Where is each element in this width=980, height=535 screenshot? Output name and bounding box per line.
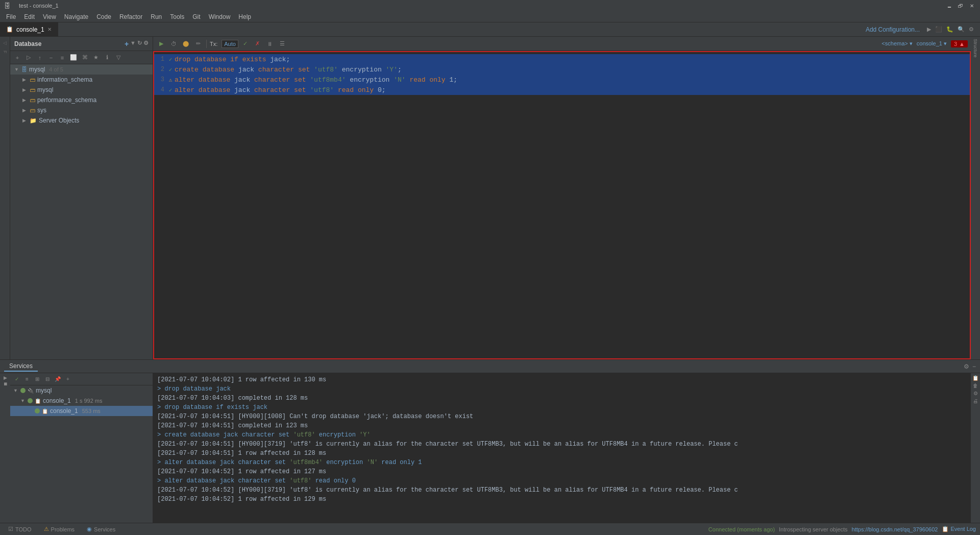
tree-item-mysql[interactable]: ▼ 🗄 mysql 4 of 5 (10, 64, 153, 75)
run-button[interactable]: ▶ (927, 26, 931, 33)
menu-edit[interactable]: Edit (20, 12, 39, 21)
tree-item-server-objects[interactable]: ▶ 📁 Server Objects (10, 115, 153, 126)
db-toolbar-stop[interactable]: ⬜ (68, 53, 79, 63)
bottom-settings-icon[interactable]: ⚙ (964, 363, 969, 370)
error-arrow-up[interactable]: ▲ (959, 41, 965, 47)
tree-arrow-sys: ▶ (22, 108, 28, 113)
tab-bar-right: Add Configuration... ▶ ⬛ 🐛 🔍 ⚙ (856, 22, 980, 36)
menu-run[interactable]: Run (146, 12, 166, 21)
todo-tab[interactable]: ☑ TODO (4, 525, 36, 533)
svc-tree-console1-active[interactable]: 📋 console_1 553 ms (10, 406, 153, 416)
bottom-panel-left-bar: ▶ ⏹ (0, 373, 10, 523)
line-code-4: alter database jack character set 'utf8'… (175, 86, 970, 94)
db-toolbar-info[interactable]: ℹ (102, 53, 112, 63)
menu-bar: File Edit View Navigate Code Refactor Ru… (0, 11, 980, 22)
console-output[interactable]: [2021-07-07 10:04:02] 1 row affected in … (153, 373, 971, 523)
perf-schema-icon: 🗃 (30, 97, 35, 103)
db-sync-icon[interactable]: ↻ (137, 40, 142, 48)
pause-button[interactable]: ⏸ (265, 39, 275, 49)
db-toolbar-star[interactable]: ★ (91, 53, 101, 63)
db-toolbar-arrow[interactable]: ▷ (23, 53, 34, 63)
left-sidebar-toggle[interactable]: ◁ (1, 39, 9, 47)
maximize-button[interactable]: 🗗 (957, 2, 965, 10)
services-tab[interactable]: ◉ Services (83, 525, 119, 533)
svc-status-console1-active (35, 408, 40, 414)
menu-file[interactable]: File (2, 12, 20, 21)
stop-button[interactable]: ⬛ (935, 26, 942, 33)
title-bar-controls[interactable]: 🗕 🗗 ✕ (945, 2, 976, 10)
svc-add-icon[interactable]: + (63, 375, 72, 384)
db-toolbar-minus[interactable]: − (46, 53, 56, 63)
problems-tab[interactable]: ⚠ Problems (40, 525, 79, 533)
menu-git[interactable]: Git (188, 12, 204, 21)
console-line-7: > create database jack character set 'ut… (157, 430, 967, 440)
close-button[interactable]: ✕ (968, 2, 976, 10)
console-label[interactable]: console_1 ▾ (917, 40, 947, 47)
schema-label[interactable]: <schema> ▾ (881, 40, 912, 47)
code-editor[interactable]: 1 ✓ drop database if exists jack; 2 ✓ cr… (153, 51, 971, 359)
svc-pin-icon[interactable]: 📌 (53, 375, 62, 384)
db-toolbar-properties[interactable]: ≡ (57, 53, 67, 63)
right-collapse-icon[interactable]: Structure (973, 39, 978, 58)
editor-area: ▶ ⏱ ⬤ ✏ Tx: Auto ✓ ✗ ⏸ ☰ <schema> ▾ cons… (153, 37, 971, 359)
multi-run-button[interactable]: ☰ (277, 39, 287, 49)
tab-console1[interactable]: 📋 console_1 ✕ (0, 22, 58, 36)
svc-tree-console1-session[interactable]: ▼ 📋 console_1 1 s 992 ms (10, 396, 153, 406)
db-toolbar-cmd[interactable]: ⌘ (80, 53, 90, 63)
db-toolbar-up[interactable]: ↑ (35, 53, 45, 63)
tree-item-performance-schema[interactable]: ▶ 🗃 performance_schema (10, 95, 153, 105)
format-button[interactable]: ✏ (193, 39, 203, 49)
db-toolbar-plus[interactable]: + (12, 53, 22, 63)
bp-left-icon1[interactable]: ▶ (4, 375, 7, 380)
tree-item-sys[interactable]: ▶ 🗃 sys (10, 105, 153, 115)
db-toolbar-filter[interactable]: ▽ (113, 53, 124, 63)
db-settings-icon[interactable]: ⚙ (143, 40, 149, 48)
bottom-right-strip: 📋 🗑 ⚙ 🖨 (971, 373, 980, 523)
svc-tree-mysql[interactable]: ▼ 🔌 mysql (10, 385, 153, 396)
stop-query-button[interactable]: ⬤ (181, 39, 191, 49)
bp-left-icon2[interactable]: ⏹ (3, 381, 8, 386)
services-panel: ✓ ≡ ⊞ ⊟ 📌 + ▼ 🔌 mysql ▼ 📋 (10, 373, 153, 523)
svc-list-icon[interactable]: ≡ (22, 375, 32, 384)
brs-clear-icon[interactable]: 🗑 (973, 383, 978, 388)
brs-copy-icon[interactable]: 📋 (972, 375, 978, 381)
console-line-1: [2021-07-07 10:04:02] 1 row affected in … (157, 375, 967, 384)
url-label[interactable]: https://blog.csdn.net/qq_37960602 (852, 526, 938, 532)
tree-item-information-schema[interactable]: ▶ 🗃 information_schema (10, 75, 153, 85)
event-log-label[interactable]: 📋 Event Log (942, 526, 976, 532)
mysql-db-label: mysql (37, 86, 53, 93)
search-button[interactable]: 🔍 (958, 26, 965, 33)
menu-tools[interactable]: Tools (166, 12, 188, 21)
brs-settings-icon[interactable]: ⚙ (973, 391, 978, 396)
run-query-button[interactable]: ▶ (156, 39, 166, 49)
favorites-icon[interactable]: F (1, 48, 9, 56)
settings-gear-icon[interactable]: ⚙ (969, 26, 974, 33)
db-add-icon[interactable]: + (125, 40, 129, 48)
tab-close-button[interactable]: ✕ (47, 27, 52, 32)
add-configuration-button[interactable]: Add Configuration... (863, 25, 923, 34)
svc-check-icon[interactable]: ✓ (12, 375, 21, 384)
tx-mode-selector[interactable]: Auto (222, 40, 238, 48)
editor-toolbar-right: <schema> ▾ console_1 ▾ 3 ▲ (881, 40, 968, 47)
menu-code[interactable]: Code (92, 12, 115, 21)
menu-refactor[interactable]: Refactor (115, 12, 146, 21)
debug-button[interactable]: 🐛 (946, 26, 953, 33)
line-num-4: 4 (154, 86, 166, 93)
menu-navigate[interactable]: Navigate (60, 12, 92, 21)
bottom-minimize-icon[interactable]: − (972, 363, 976, 370)
tab-services[interactable]: Services (4, 361, 38, 372)
run-timer-icon[interactable]: ⏱ (168, 39, 179, 49)
commit-button[interactable]: ✓ (240, 39, 251, 49)
problems-label: Problems (51, 526, 75, 532)
minimize-button[interactable]: 🗕 (945, 2, 953, 10)
svc-group-icon[interactable]: ⊟ (43, 375, 52, 384)
menu-window[interactable]: Window (205, 12, 235, 21)
brs-print-icon[interactable]: 🖨 (973, 398, 978, 404)
tree-item-mysql-db[interactable]: ▶ 🗃 mysql (10, 85, 153, 95)
console-line-9: [2021-07-07 10:04:51] 1 row affected in … (157, 449, 967, 458)
svc-grid-icon[interactable]: ⊞ (33, 375, 42, 384)
rollback-button[interactable]: ✗ (253, 39, 263, 49)
db-filter-icon[interactable]: ▼ (130, 40, 136, 48)
menu-help[interactable]: Help (234, 12, 255, 21)
menu-view[interactable]: View (39, 12, 60, 21)
